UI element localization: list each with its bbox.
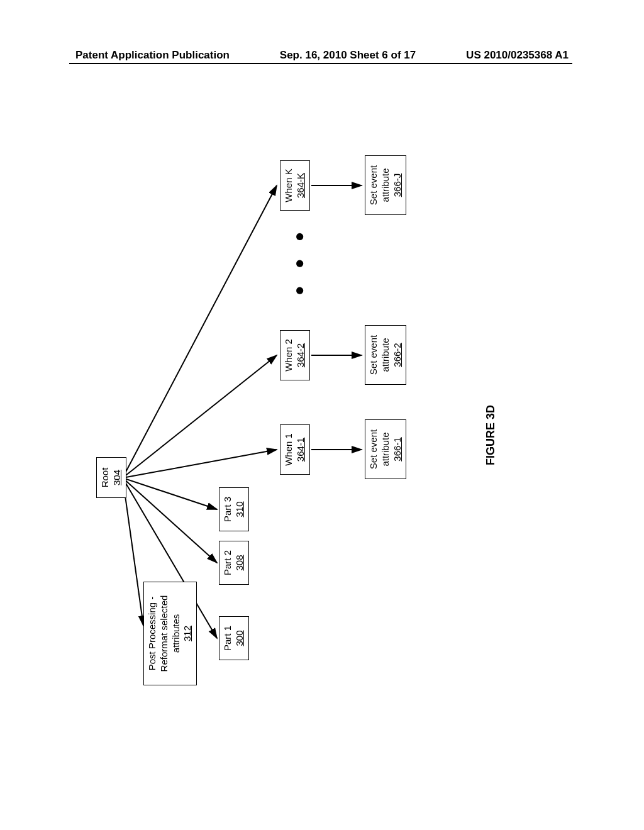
setj-line1: Set event xyxy=(368,165,379,205)
part3-label: Part 3 xyxy=(222,497,233,522)
set2-ref: 366-2 xyxy=(392,343,402,367)
when1-label: When 1 xyxy=(283,433,294,466)
setj-ref: 366-J xyxy=(392,174,402,197)
node-set-event-2: Set event attribute 366-2 xyxy=(365,325,406,385)
node-post-processing: Post Processing - Reformat selected attr… xyxy=(143,582,197,685)
part2-label: Part 2 xyxy=(222,550,233,575)
node-root: Root 304 xyxy=(96,457,126,498)
svg-line-4 xyxy=(123,450,277,478)
node-part-2: Part 2 308 xyxy=(219,541,249,585)
svg-line-5 xyxy=(123,355,277,478)
figure-caption: FIGURE 3D xyxy=(484,405,497,465)
figure-canvas: Root 304 Post Processing - Reformat sele… xyxy=(75,107,572,698)
part2-ref: 308 xyxy=(234,555,245,570)
set1-line2: attribute xyxy=(380,432,391,466)
set2-line2: attribute xyxy=(380,338,391,372)
node-when-k: When K 364-K xyxy=(280,160,310,211)
postproc-ref: 312 xyxy=(182,626,192,641)
part1-ref: 300 xyxy=(234,630,245,646)
postproc-line3: attributes xyxy=(170,614,181,653)
node-set-event-j: Set event attribute 366-J xyxy=(365,155,406,215)
when2-label: When 2 xyxy=(283,339,294,372)
header-left: Patent Application Publication xyxy=(75,49,230,62)
part3-ref: 310 xyxy=(234,501,245,517)
node-when-1: When 1 364-1 xyxy=(280,424,310,475)
root-ref: 304 xyxy=(111,470,122,485)
header-right: US 2010/0235368 A1 xyxy=(466,49,569,62)
svg-line-2 xyxy=(123,478,217,563)
diagram-rotated-container: Root 304 Post Processing - Reformat sele… xyxy=(75,107,572,698)
whenk-ref: 364-K xyxy=(295,173,306,198)
node-part-1: Part 1 300 xyxy=(219,616,249,660)
when2-ref: 364-2 xyxy=(295,343,306,367)
root-label: Root xyxy=(99,468,110,488)
set1-ref: 366-1 xyxy=(392,437,402,461)
node-when-2: When 2 364-2 xyxy=(280,330,310,380)
svg-line-3 xyxy=(123,478,217,509)
header-center: Sep. 16, 2010 Sheet 6 of 17 xyxy=(280,49,416,62)
ellipsis-dots: ● ● ● xyxy=(289,225,309,296)
page-header: Patent Application Publication Sep. 16, … xyxy=(0,49,644,62)
svg-line-6 xyxy=(123,185,277,478)
postproc-line1: Post Processing - xyxy=(147,597,157,671)
node-set-event-1: Set event attribute 366-1 xyxy=(365,419,406,479)
part1-label: Part 1 xyxy=(222,626,233,651)
set2-line1: Set event xyxy=(368,335,379,375)
setj-line2: attribute xyxy=(380,168,391,202)
postproc-line2: Reformat selected xyxy=(158,595,169,672)
header-rule xyxy=(69,63,572,64)
set1-line1: Set event xyxy=(368,429,379,469)
svg-line-0 xyxy=(123,478,143,626)
whenk-label: When K xyxy=(283,169,294,202)
when1-ref: 364-1 xyxy=(295,438,306,462)
node-part-3: Part 3 310 xyxy=(219,487,249,531)
